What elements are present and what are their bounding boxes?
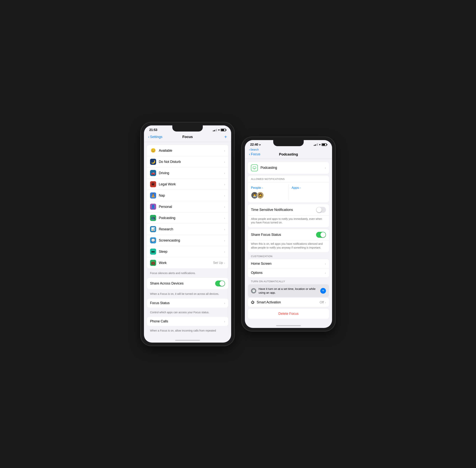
chevron-icon: › xyxy=(224,149,225,152)
turn-on-auto-header: TURN ON AUTOMATICALLY xyxy=(245,279,332,284)
search-back-label: Search xyxy=(250,148,259,151)
list-item[interactable]: 💬 Screencasting › xyxy=(147,235,228,246)
status-icons-2: ▾ xyxy=(314,143,327,146)
notch-1 xyxy=(172,125,203,132)
clock-icon: 🕐 xyxy=(251,288,256,293)
focus-list-footer: Focus silences alerts and notifications. xyxy=(144,270,231,278)
customization-header: CUSTOMIZATION xyxy=(245,254,332,259)
add-button-1[interactable]: + xyxy=(208,134,227,140)
list-item[interactable]: 🏛 Legal Work › xyxy=(147,179,228,190)
battery-icon-2 xyxy=(322,143,327,146)
smart-activation-group: ⏻ Smart Activation Off › xyxy=(248,298,329,307)
content-1: 😊 Available › 🌙 Do Not Disturb › 🚗 Drivi… xyxy=(144,142,231,338)
share-focus-status-label: Share Focus Status xyxy=(251,233,281,237)
sleep-icon: 🛏 xyxy=(150,249,156,255)
signal-icon-2 xyxy=(314,143,318,146)
focus-status-group: Focus Status › xyxy=(147,299,228,307)
back-chevron-icon-1: ‹ xyxy=(148,135,149,139)
legal-work-icon: 🏛 xyxy=(150,181,156,187)
content-2: Podcasting › ALLOWED NOTIFICATIONS Peopl… xyxy=(245,159,332,324)
available-icon: 😊 xyxy=(150,147,156,154)
sleep-label: Sleep xyxy=(159,250,224,254)
podcasting-icon: 📺 xyxy=(150,215,156,221)
auto-trigger-row[interactable]: 🕐 Have it turn on at a set time, locatio… xyxy=(248,284,329,297)
share-across-label: Share Across Devices xyxy=(150,281,184,285)
avatar: 🧔 xyxy=(257,192,264,199)
time-sensitive-footer: Allow people and apps to notify you imme… xyxy=(248,216,329,227)
list-item[interactable]: 🛏 Sleep › xyxy=(147,246,228,257)
time-display-2: 22:40 ➤ xyxy=(250,143,261,146)
list-item[interactable]: 🌙 Do Not Disturb › xyxy=(147,156,228,167)
delete-focus-label: Delete Focus xyxy=(278,312,298,316)
list-item[interactable]: 📺 Podcasting › xyxy=(147,212,228,224)
svg-rect-0 xyxy=(253,167,256,169)
driving-label: Driving xyxy=(159,171,224,175)
home-screen-chevron-icon: › xyxy=(325,262,326,265)
focus-back-label: Focus xyxy=(251,152,260,156)
share-focus-status-toggle[interactable] xyxy=(316,232,326,238)
focus-status-row[interactable]: Focus Status › xyxy=(147,299,228,307)
phone-calls-chevron-icon: › xyxy=(224,320,225,323)
allowed-notif-grid: People › 👨‍💼 🧔 Apps › xyxy=(248,182,329,202)
chevron-icon: › xyxy=(224,172,225,175)
home-screen-row[interactable]: Home Screen › xyxy=(248,259,329,268)
options-label: Options xyxy=(251,271,325,275)
list-item[interactable]: 📊 Research › xyxy=(147,224,228,235)
allowed-notifications-section: ALLOWED NOTIFICATIONS People › 👨‍💼 🧔 xyxy=(248,176,329,202)
focus-back-button[interactable]: ‹ Focus xyxy=(249,152,268,156)
signal-icon-1 xyxy=(213,129,217,131)
chevron-icon: › xyxy=(224,250,225,253)
phone-1: 21:53 ▾ ‹ Settings Focus + xyxy=(141,122,234,345)
share-focus-status-footer: When this is on, tell apps you have noti… xyxy=(248,241,329,252)
options-row[interactable]: Options › xyxy=(248,268,329,277)
nav-bar-2: ‹ Focus Podcasting xyxy=(245,151,332,159)
options-chevron-icon: › xyxy=(325,271,326,275)
people-label: People › xyxy=(251,186,285,190)
screencasting-icon: 💬 xyxy=(150,237,156,243)
smart-activation-row[interactable]: ⏻ Smart Activation Off › xyxy=(248,298,329,307)
nap-label: Nap xyxy=(159,193,224,198)
phone-1-screen: 21:53 ▾ ‹ Settings Focus + xyxy=(144,125,231,342)
apps-label: Apps › xyxy=(292,186,326,190)
people-cell[interactable]: People › 👨‍💼 🧔 xyxy=(248,184,289,200)
chevron-icon: › xyxy=(224,228,225,231)
podcasting-main-row[interactable]: Podcasting › xyxy=(248,162,329,174)
phone-calls-row[interactable]: Phone Calls › xyxy=(147,317,228,326)
screencasting-label: Screencasting xyxy=(159,238,224,242)
podcasting-chevron-icon: › xyxy=(325,166,326,169)
apps-arrow-icon: › xyxy=(300,186,300,189)
time-sensitive-label: Time Sensitive Notifications xyxy=(251,208,293,212)
wifi-icon-2: ▾ xyxy=(319,143,320,146)
list-item[interactable]: 🚗 Driving › xyxy=(147,167,228,179)
personal-icon: 👤 xyxy=(150,204,156,210)
focus-status-footer: Control which apps can access your Focus… xyxy=(144,309,231,317)
smart-activation-chevron-icon: › xyxy=(325,301,326,304)
home-indicator-1 xyxy=(175,340,200,341)
search-back-row[interactable]: ‹ Search xyxy=(245,148,332,151)
time-sensitive-toggle[interactable] xyxy=(316,207,326,213)
podcasting-main-icon xyxy=(251,164,258,171)
add-automation-button[interactable]: + xyxy=(320,288,326,294)
apps-cell[interactable]: Apps › xyxy=(289,184,329,200)
list-item[interactable]: 🧘 Nap › xyxy=(147,190,228,201)
back-button-1[interactable]: ‹ Settings xyxy=(148,135,167,139)
delete-focus-row[interactable]: Delete Focus xyxy=(248,309,329,319)
share-across-toggle[interactable] xyxy=(215,280,225,286)
chevron-icon: › xyxy=(224,160,225,163)
list-item[interactable]: 💼 Work Set Up › xyxy=(147,257,228,268)
wifi-icon-1: ▾ xyxy=(218,129,220,132)
chevron-icon: › xyxy=(224,261,225,264)
work-label: Work xyxy=(159,261,213,265)
phone-2-screen: 22:40 ➤ ▾ ‹ Search xyxy=(245,140,332,328)
list-item[interactable]: 😊 Available › xyxy=(147,145,228,156)
share-across-footer: When a Focus is on, it will be turned on… xyxy=(144,291,231,299)
chevron-icon: › xyxy=(224,194,225,197)
smart-activation-label: Smart Activation xyxy=(257,300,320,304)
battery-icon-1 xyxy=(221,129,226,131)
home-indicator-2 xyxy=(276,325,301,326)
allowed-notif-header: ALLOWED NOTIFICATIONS xyxy=(248,176,329,180)
chevron-icon: › xyxy=(224,183,225,186)
page-title-2: Podcasting xyxy=(268,152,309,156)
list-item[interactable]: 👤 Personal › xyxy=(147,201,228,212)
back-label-1: Settings xyxy=(150,135,163,139)
